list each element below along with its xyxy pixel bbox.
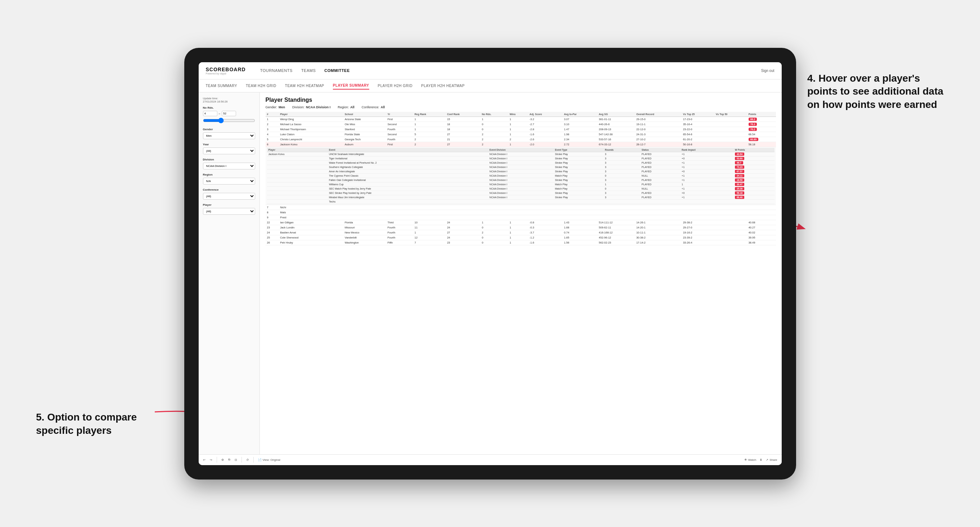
- annotation-hover-points: 4. Hover over a player's points to see a…: [807, 72, 944, 111]
- sidebar-rds-slider[interactable]: [203, 117, 255, 124]
- sidebar-region: Region N/A: [203, 173, 255, 184]
- sidebar-year: Year (All): [203, 143, 255, 154]
- table-row: 7 Nichi: [266, 205, 776, 210]
- inner-table-row: Tiger Invitational NCAA Division I Strok…: [267, 156, 775, 160]
- toolbar-sep-2: [242, 457, 242, 463]
- sidebar-division-select[interactable]: NCAA Division I: [203, 163, 255, 170]
- table-row: 3 Michael Thorbjornsen Stanford Fourth 1…: [266, 127, 776, 132]
- download-btn[interactable]: ⬇: [760, 458, 762, 462]
- view-original-btn[interactable]: 📄 View: Original: [258, 458, 280, 462]
- toolbar-sep-3: [253, 457, 254, 463]
- standings-table: # Player School Yr Reg Rank Conf Rank No…: [266, 112, 776, 245]
- sidebar: Update time: 27/01/2024 16:56:26 No Rds.…: [199, 92, 260, 454]
- sidebar-no-rds-label: No Rds.: [203, 106, 255, 110]
- col-reg-rank: Reg Rank: [413, 112, 445, 117]
- inner-table-row: Techs: [267, 199, 775, 203]
- table-row: 25 Cole Sherwood Vanderbilt Fourth 12 24…: [266, 235, 776, 240]
- table-row: 2 Michael La Sasso Ole Miss Second 1 18 …: [266, 122, 776, 127]
- sidebar-conference-select[interactable]: (All): [203, 193, 255, 200]
- sidebar-gender-select[interactable]: Men: [203, 132, 255, 139]
- sidebar-gender-label: Gender: [203, 128, 255, 131]
- sidebar-conference: Conference (All): [203, 188, 255, 200]
- expanded-events-row: Player Event Event Division Event Type R…: [266, 147, 776, 205]
- sidebar-region-select[interactable]: N/A: [203, 178, 255, 184]
- subnav-player-h2h-heatmap[interactable]: PLAYER H2H HEATMAP: [421, 83, 465, 89]
- update-time: Update time: 27/01/2024 16:56:26: [203, 97, 255, 103]
- table-row: 5 Christo Lamprecht Georgia Tech Fourth …: [266, 137, 776, 142]
- sub-nav: TEAM SUMMARY TEAM H2H GRID TEAM H2H HEAT…: [199, 79, 782, 92]
- inner-table-row: Wake Forest Invitational at Pinehurst No…: [267, 160, 775, 165]
- subnav-team-summary[interactable]: TEAM SUMMARY: [206, 83, 237, 89]
- subnav-team-h2h-heatmap[interactable]: TEAM H2H HEATMAP: [285, 83, 324, 89]
- sidebar-player-label: Player: [203, 203, 255, 206]
- watch-btn[interactable]: 👁 Watch: [744, 458, 756, 462]
- filter-conference: Conference: All: [362, 105, 385, 109]
- table-row: 4 Luke Claton Florida State Second 5 27 …: [266, 132, 776, 137]
- inner-events-table: Player Event Event Division Event Type R…: [267, 148, 775, 204]
- settings-btn[interactable]: ⚙: [221, 458, 224, 462]
- col-school: School: [343, 112, 386, 117]
- col-wins: Wins: [508, 112, 528, 117]
- sidebar-no-rds: No Rds. –: [203, 106, 255, 124]
- bottom-toolbar: ↩ ↪ ⚙ ⧉ ⊡ ⏱ 📄 View: Original 👁 Watch ⬇ ↗…: [199, 454, 782, 465]
- nav-tournaments[interactable]: TOURNAMENTS: [260, 67, 293, 74]
- col-player: Player: [278, 112, 343, 117]
- sidebar-division: Division NCAA Division I: [203, 158, 255, 170]
- table-row: 6 Jackson Koivu Auburn First 2 27 2 1 -2…: [266, 142, 776, 147]
- nav-items: TOURNAMENTS TEAMS COMMITTEE: [260, 67, 761, 74]
- sidebar-no-rds-min-input[interactable]: [203, 111, 217, 116]
- col-conf-rank: Conf Rank: [445, 112, 480, 117]
- col-to-par: Avg to-Par: [563, 112, 597, 117]
- table-row: 23 Jack Lundin Missouri Fourth 11 24 0 1…: [266, 225, 776, 230]
- filter-row: Gender: Men Division: NCAA Division I Re…: [266, 105, 776, 109]
- inner-table-row: SEC Match Play hosted by Jerry Pate NCAA…: [267, 186, 775, 190]
- sign-out-link[interactable]: Sign out: [761, 69, 775, 73]
- col-adj-score: Adj. Score: [528, 112, 563, 117]
- brand-sub: Powered by clippd: [206, 72, 246, 75]
- table-row: 22 Ian Gilligan Florida Third 10 24 1 1 …: [266, 220, 776, 225]
- col-overall: Overall Record: [635, 112, 682, 117]
- sidebar-year-select[interactable]: (All): [203, 148, 255, 154]
- content-panel: Player Standings Gender: Men Division: N…: [260, 92, 782, 454]
- inner-table-row: The Cypress Point Classic NCAA Division …: [267, 173, 775, 178]
- filter-region: Region: All: [337, 105, 355, 109]
- inner-table-row: Jackson Koivu UNCW Seahawk Intercollegia…: [267, 152, 775, 156]
- sidebar-gender: Gender Men: [203, 128, 255, 139]
- inner-table-row: Mirabei Maui Jim Intercollegiate NCAA Di…: [267, 195, 775, 199]
- table-body: 1 Wenyi Ding Arizona State First 1 15 1 …: [266, 117, 776, 245]
- undo-btn[interactable]: ↩: [203, 458, 205, 462]
- redo-btn[interactable]: ↪: [210, 458, 212, 462]
- inner-table-row: Southern Highlands Collegiate NCAA Divis…: [267, 165, 775, 169]
- subnav-player-summary[interactable]: PLAYER SUMMARY: [333, 82, 369, 90]
- inner-header-row: Player Event Event Division Event Type R…: [267, 148, 775, 152]
- col-avg-sg: Avg SG: [597, 112, 635, 117]
- sidebar-conference-label: Conference: [203, 188, 255, 191]
- subnav-team-h2h-grid[interactable]: TEAM H2H GRID: [246, 83, 277, 89]
- top-nav: SCOREBOARD Powered by clippd TOURNAMENTS…: [199, 62, 782, 79]
- tablet-screen: SCOREBOARD Powered by clippd TOURNAMENTS…: [199, 62, 782, 465]
- sidebar-year-label: Year: [203, 143, 255, 146]
- sidebar-division-label: Division: [203, 158, 255, 161]
- nav-committee[interactable]: COMMITTEE: [324, 67, 350, 74]
- sidebar-region-label: Region: [203, 173, 255, 176]
- brand-title: SCOREBOARD: [206, 67, 246, 72]
- nav-teams[interactable]: TEAMS: [301, 67, 316, 74]
- brand: SCOREBOARD Powered by clippd: [206, 67, 246, 75]
- sidebar-player: Player (All): [203, 203, 255, 215]
- table-row: 8 Mats: [266, 210, 776, 215]
- share-btn[interactable]: ↗ Share: [766, 458, 777, 462]
- nav-right: Sign out: [761, 69, 775, 73]
- col-num: #: [266, 112, 279, 117]
- clock-btn[interactable]: ⏱: [246, 458, 249, 462]
- annotation-compare-players: 5. Option to compare specific players: [36, 411, 144, 437]
- sidebar-no-rds-max-input[interactable]: [222, 111, 236, 116]
- copy-btn[interactable]: ⧉: [228, 458, 230, 462]
- subnav-player-h2h-grid[interactable]: PLAYER H2H GRID: [378, 83, 413, 89]
- export-btn[interactable]: ⊡: [235, 458, 237, 462]
- sidebar-no-rds-range: –: [203, 111, 255, 116]
- filter-gender: Gender: Men: [266, 105, 285, 109]
- inner-table-row: SEC Stroke Play hosted by Jerry Pate NCA…: [267, 190, 775, 195]
- col-yr: Yr: [386, 112, 413, 117]
- sidebar-player-select[interactable]: (All): [203, 208, 255, 215]
- inner-table-row: Williams Cup NCAA Division I Match Play …: [267, 182, 775, 186]
